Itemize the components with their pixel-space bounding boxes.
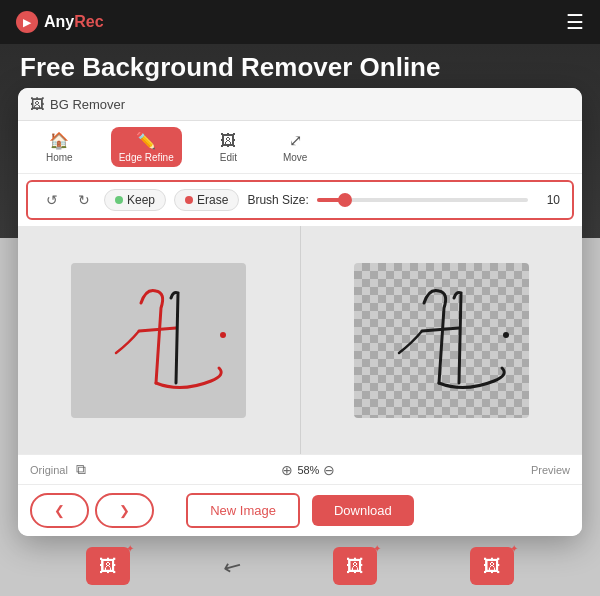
zoom-value: 58% — [297, 464, 319, 476]
top-navigation: ▶ AnyRec ☰ — [0, 0, 600, 44]
preview-label: Preview — [531, 464, 570, 476]
tools-bar: ↺ ↻ Keep Erase Brush Size: 10 — [26, 180, 574, 220]
canvas-right — [301, 226, 583, 454]
erase-dot — [185, 196, 193, 204]
page-background: ▶ AnyRec ☰ Free Background Remover Onlin… — [0, 0, 600, 596]
brush-slider-thumb[interactable] — [338, 193, 352, 207]
brush-size-label: Brush Size: — [247, 193, 308, 207]
feature-box-1: 🖼 ✦ — [86, 547, 130, 585]
brush-size-slider[interactable] — [317, 198, 528, 202]
erase-label: Erase — [197, 193, 228, 207]
prev-button[interactable]: ❮ — [30, 493, 89, 528]
nav-arrow-down: ↙ — [217, 550, 246, 582]
feature-icon-1: 🖼 ✦ — [86, 547, 130, 585]
copy-button[interactable]: ⧉ — [76, 461, 86, 478]
download-button[interactable]: Download — [312, 495, 414, 526]
modal-header: 🖼 BG Remover — [18, 88, 582, 121]
canvas-left — [18, 226, 301, 454]
sparkle-1: ✦ — [126, 543, 134, 554]
redo-button[interactable]: ↻ — [72, 188, 96, 212]
original-signature — [71, 263, 246, 418]
hamburger-menu[interactable]: ☰ — [566, 12, 584, 32]
bg-remover-modal: 🖼 BG Remover 🏠 Home ✏️ Edge Refine 🖼 Edi… — [18, 88, 582, 536]
tab-edit[interactable]: 🖼 Edit — [212, 128, 245, 167]
tab-edge-refine-label: Edge Refine — [119, 152, 174, 163]
brush-size-value: 10 — [536, 193, 560, 207]
preview-image-container[interactable] — [354, 263, 529, 418]
feature-box-2: 🖼 ✦ — [333, 547, 377, 585]
keep-button[interactable]: Keep — [104, 189, 166, 211]
zoom-out-button[interactable]: ⊖ — [323, 462, 335, 478]
tab-edit-label: Edit — [220, 152, 237, 163]
logo-icon: ▶ — [16, 11, 38, 33]
tab-home[interactable]: 🏠 Home — [38, 127, 81, 167]
svg-point-1 — [503, 332, 509, 338]
svg-point-0 — [220, 332, 226, 338]
logo-text: AnyRec — [44, 13, 104, 31]
tab-edge-refine[interactable]: ✏️ Edge Refine — [111, 127, 182, 167]
tab-move[interactable]: ⤢ Move — [275, 127, 315, 167]
home-icon: 🏠 — [49, 131, 69, 150]
sparkle-2: ✦ — [373, 543, 381, 554]
feature-icons-bar: 🖼 ✦ ↙ 🖼 ✦ 🖼 ✦ — [0, 536, 600, 596]
preview-signature — [354, 263, 529, 418]
feature-icon-3: 🖼 ✦ — [470, 547, 514, 585]
keep-label: Keep — [127, 193, 155, 207]
modal-header-icon: 🖼 — [30, 96, 44, 112]
undo-button[interactable]: ↺ — [40, 188, 64, 212]
erase-button[interactable]: Erase — [174, 189, 239, 211]
next-button[interactable]: ❯ — [95, 493, 154, 528]
new-image-button[interactable]: New Image — [186, 493, 300, 528]
edit-icon: 🖼 — [220, 132, 236, 150]
edge-refine-icon: ✏️ — [136, 131, 156, 150]
footer-buttons: ❮ ❯ New Image Download — [18, 484, 582, 536]
zoom-controls: ⊕ 58% ⊖ — [281, 462, 335, 478]
bottom-bar: Original ⧉ ⊕ 58% ⊖ Preview — [18, 454, 582, 484]
feature-icon-2: 🖼 ✦ — [333, 547, 377, 585]
original-label: Original — [30, 464, 68, 476]
move-icon: ⤢ — [289, 131, 302, 150]
tab-move-label: Move — [283, 152, 307, 163]
page-title: Free Background Remover Online — [20, 52, 440, 83]
logo: ▶ AnyRec — [16, 11, 104, 33]
toolbar-tabs: 🏠 Home ✏️ Edge Refine 🖼 Edit ⤢ Move — [18, 121, 582, 174]
keep-dot — [115, 196, 123, 204]
original-image-container[interactable] — [71, 263, 246, 418]
zoom-in-button[interactable]: ⊕ — [281, 462, 293, 478]
sparkle-3: ✦ — [510, 543, 518, 554]
modal-header-title: BG Remover — [50, 97, 125, 112]
canvas-area — [18, 226, 582, 454]
tab-home-label: Home — [46, 152, 73, 163]
feature-box-3: 🖼 ✦ — [470, 547, 514, 585]
